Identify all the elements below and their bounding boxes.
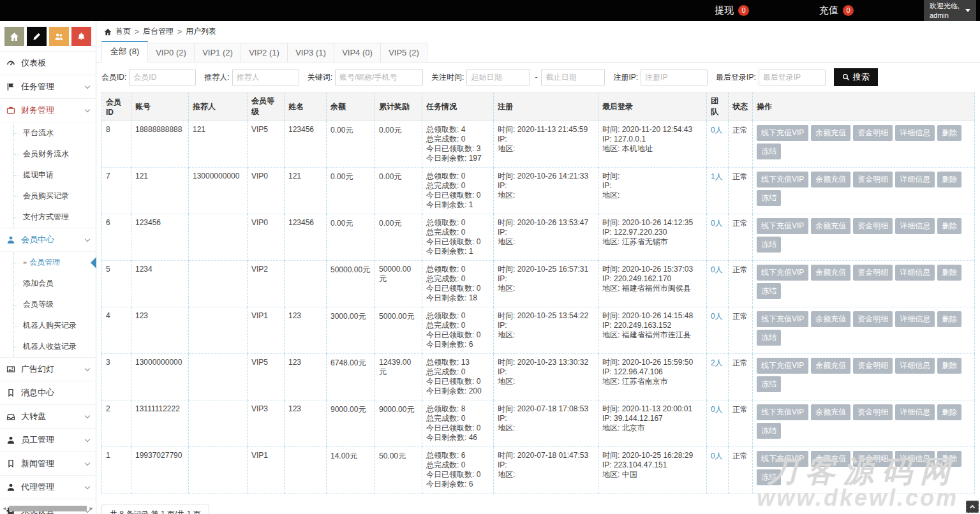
action-button-3[interactable]: 详细信息 [895, 358, 935, 374]
team-count-link[interactable]: 0人 [711, 312, 723, 321]
user-menu[interactable]: 欢迎光临, admin [924, 0, 976, 21]
sidebar-item-0[interactable]: 仪表板 [0, 51, 96, 75]
sidebar-item-5[interactable]: 消息中心 [0, 381, 96, 404]
action-button-0[interactable]: 线下充值VIP [757, 125, 808, 141]
quick-pencil-button[interactable] [27, 27, 47, 46]
action-button-2[interactable]: 资金明细 [853, 451, 893, 467]
action-button-4[interactable]: 删除 [937, 311, 961, 327]
action-button-4[interactable]: 删除 [937, 218, 961, 234]
action-button-2[interactable]: 资金明细 [853, 358, 893, 374]
tab-1[interactable]: VIP0 (2) [148, 43, 195, 62]
tab-5[interactable]: VIP4 (0) [334, 43, 381, 62]
scroll-left-icon[interactable]: ◄ [1, 506, 8, 511]
tab-0[interactable]: 全部 (8) [101, 41, 148, 62]
breadcrumb-item-2[interactable]: 用户列表 [186, 26, 216, 37]
action-button-1[interactable]: 余额充值 [811, 125, 850, 141]
sidebar-item-3[interactable]: 会员中心 [0, 228, 96, 251]
scroll-right-icon[interactable]: ► [87, 506, 95, 511]
action-button-5[interactable]: 冻结 [757, 190, 781, 206]
action-button-0[interactable]: 线下充值VIP [757, 311, 808, 327]
action-button-1[interactable]: 余额充值 [811, 265, 850, 281]
sidebar-subitem-2-3[interactable]: 会员购买记录 [0, 186, 96, 207]
recharge-menu[interactable]: 充值 0 [819, 4, 854, 17]
team-count-link[interactable]: 0人 [711, 452, 723, 460]
action-button-0[interactable]: 线下充值VIP [757, 358, 808, 374]
action-button-1[interactable]: 余额充值 [811, 311, 850, 327]
action-button-1[interactable]: 余额充值 [811, 172, 850, 187]
sidebar-horizontal-scrollbar[interactable]: ◄ ► [1, 504, 95, 512]
breadcrumb-item-0[interactable]: 首页 [115, 26, 131, 37]
action-button-1[interactable]: 余额充值 [811, 451, 850, 467]
sidebar-subitem-2-4[interactable]: 支付方式管理 [0, 207, 96, 228]
search-button[interactable]: 搜索 [834, 68, 878, 86]
tab-2[interactable]: VIP1 (2) [195, 43, 241, 62]
withdraw-menu[interactable]: 提现 0 [715, 4, 749, 17]
action-button-1[interactable]: 余额充值 [811, 358, 850, 374]
action-button-5[interactable]: 冻结 [757, 237, 781, 253]
team-count-link[interactable]: 0人 [711, 405, 723, 414]
tab-6[interactable]: VIP5 (2) [381, 43, 427, 62]
action-button-0[interactable]: 线下充值VIP [757, 451, 808, 467]
sidebar-subitem-2-1[interactable]: 会员财务流水 [0, 143, 96, 165]
action-button-3[interactable]: 详细信息 [895, 404, 935, 420]
sidebar-subitem-2-0[interactable]: 平台流水 [0, 122, 96, 143]
action-button-3[interactable]: 详细信息 [895, 125, 935, 141]
sidebar-subitem-3-4[interactable]: 机器人收益记录 [0, 336, 96, 357]
action-button-2[interactable]: 资金明细 [853, 404, 893, 420]
filter-input-1[interactable] [232, 70, 299, 85]
filter-input-2[interactable] [335, 70, 423, 85]
quick-bell-button[interactable] [71, 27, 91, 46]
sidebar-subitem-2-2[interactable]: 提现申请 [0, 165, 96, 186]
action-button-3[interactable]: 详细信息 [895, 311, 935, 327]
action-button-4[interactable]: 删除 [937, 125, 961, 141]
action-button-3[interactable]: 详细信息 [895, 451, 935, 467]
action-button-5[interactable]: 冻结 [757, 330, 781, 346]
action-button-4[interactable]: 删除 [937, 358, 961, 374]
action-button-5[interactable]: 冻结 [757, 283, 781, 299]
action-button-0[interactable]: 线下充值VIP [757, 172, 808, 187]
action-button-4[interactable]: 删除 [937, 172, 961, 187]
sidebar-item-7[interactable]: 员工管理 [0, 428, 96, 452]
action-button-3[interactable]: 详细信息 [895, 172, 935, 187]
quick-home-button[interactable] [4, 27, 24, 46]
sidebar-subitem-3-2[interactable]: 会员等级 [0, 294, 96, 315]
action-button-1[interactable]: 余额充值 [811, 218, 850, 234]
scrollbar-thumb[interactable] [9, 506, 87, 511]
action-button-4[interactable]: 删除 [937, 404, 961, 420]
action-button-2[interactable]: 资金明细 [853, 172, 893, 187]
sidebar-subitem-3-3[interactable]: 机器人购买记录 [0, 315, 96, 336]
sidebar-item-8[interactable]: 新闻管理 [0, 452, 96, 475]
filter-input-0[interactable] [129, 70, 196, 85]
action-button-0[interactable]: 线下充值VIP [757, 265, 808, 281]
action-button-3[interactable]: 详细信息 [895, 265, 935, 281]
sidebar-subitem-3-1[interactable]: 添加会员 [0, 273, 96, 294]
action-button-4[interactable]: 删除 [937, 265, 961, 281]
action-button-4[interactable]: 删除 [937, 451, 961, 467]
team-count-link[interactable]: 1人 [711, 172, 723, 181]
action-button-2[interactable]: 资金明细 [853, 265, 893, 281]
action-button-5[interactable]: 冻结 [757, 423, 781, 439]
tab-4[interactable]: VIP3 (1) [288, 43, 334, 62]
sidebar-item-6[interactable]: 大转盘 [0, 404, 96, 428]
quick-users-button[interactable] [49, 27, 69, 46]
action-button-1[interactable]: 余额充值 [811, 404, 850, 420]
sidebar-subitem-3-0[interactable]: »会员管理 [0, 252, 96, 273]
team-count-link[interactable]: 0人 [711, 265, 723, 274]
sidebar-item-2[interactable]: 财务管理 [0, 98, 96, 122]
action-button-0[interactable]: 线下充值VIP [757, 218, 808, 234]
filter-input-6[interactable] [759, 70, 826, 85]
team-count-link[interactable]: 2人 [711, 358, 723, 367]
filter-input-3[interactable] [466, 70, 530, 85]
team-count-link[interactable]: 0人 [711, 219, 723, 228]
action-button-2[interactable]: 资金明细 [853, 218, 893, 234]
breadcrumb-item-1[interactable]: 后台管理 [143, 26, 174, 37]
action-button-5[interactable]: 冻结 [757, 469, 781, 485]
action-button-0[interactable]: 线下充值VIP [757, 404, 808, 420]
filter-input-4[interactable] [541, 70, 605, 85]
back-to-top-button[interactable] [966, 501, 979, 513]
action-button-2[interactable]: 资金明细 [853, 311, 893, 327]
filter-input-5[interactable] [641, 70, 708, 85]
action-button-5[interactable]: 冻结 [757, 376, 781, 392]
action-button-5[interactable]: 冻结 [757, 143, 781, 159]
action-button-3[interactable]: 详细信息 [895, 218, 935, 234]
